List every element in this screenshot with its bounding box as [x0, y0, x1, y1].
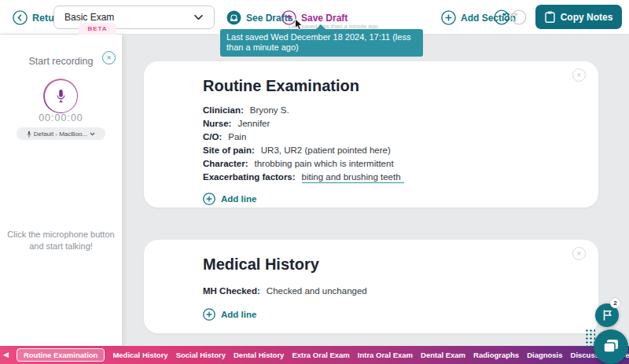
- close-section-icon[interactable]: ×: [572, 247, 586, 260]
- add-line-button[interactable]: Add line: [203, 193, 256, 205]
- add-line-button[interactable]: Add line: [203, 308, 256, 321]
- recorder-hint: Click the microphone button and start ta…: [6, 229, 116, 252]
- tab-diagnosis[interactable]: Diagnosis: [527, 351, 562, 359]
- beta-badge: BETA: [79, 23, 116, 35]
- add-line-label: Add line: [221, 194, 256, 204]
- tab-dental-history[interactable]: Dental History: [234, 351, 284, 359]
- plus-circle-icon: [203, 193, 215, 205]
- tab-routine-examination[interactable]: Routine Examination: [17, 348, 105, 362]
- tab-medical-history[interactable]: Medical History: [112, 351, 167, 359]
- field-label: C/O:: [203, 132, 222, 142]
- field-row: Character:throbbing pain which is interm…: [203, 157, 598, 171]
- field-value[interactable]: Bryony S.: [250, 105, 289, 115]
- field-label: Clinician:: [203, 105, 244, 115]
- close-section-icon[interactable]: ×: [572, 68, 586, 82]
- redo-icon: [511, 9, 527, 25]
- chevron-down-small-icon: [90, 132, 95, 136]
- section-tabbar: ◀ Routine ExaminationMedical HistorySoci…: [0, 346, 629, 364]
- copy-notes-button[interactable]: Copy Notes: [535, 5, 622, 29]
- add-line-label: Add line: [221, 310, 256, 319]
- field-row: Exacerbating factors:biting and brushing…: [203, 171, 598, 184]
- drafts-inbox-icon: [226, 10, 241, 25]
- field-row: MH Checked:Checked and unchanged: [203, 285, 598, 298]
- field-value[interactable]: Checked and unchanged: [267, 286, 367, 296]
- field-label: MH Checked:: [203, 286, 260, 296]
- chevron-left-circle-icon: [13, 10, 28, 25]
- tab-radiographs[interactable]: Radiographs: [473, 351, 519, 359]
- clipboard-icon: [545, 11, 555, 23]
- field-label: Nurse:: [203, 119, 231, 128]
- field-label: Exacerbating factors:: [203, 172, 296, 182]
- recorder-title: Start recording: [0, 56, 122, 67]
- template-select-value: Basic Exam: [64, 12, 114, 23]
- recorder-panel: BETA × Start recording 00:00:00 Default …: [0, 35, 122, 346]
- field-value[interactable]: Pain: [228, 132, 246, 142]
- template-select[interactable]: Basic Exam: [53, 6, 215, 29]
- chat-bubbles-icon: [601, 338, 620, 355]
- undo-button[interactable]: [494, 9, 509, 25]
- flag-icon: [601, 309, 613, 322]
- plus-circle-icon: [203, 308, 215, 321]
- section-fields: MH Checked:Checked and unchanged: [203, 285, 598, 298]
- redo-button[interactable]: [511, 9, 527, 25]
- app-window: Return Basic Exam See Drafts Save Draft …: [0, 0, 629, 364]
- notification-badge: 2: [610, 298, 620, 308]
- tabbar-tabs: Routine ExaminationMedical HistorySocial…: [10, 348, 629, 362]
- field-row: C/O:Pain: [203, 131, 598, 144]
- section-title: Routine Examination: [203, 77, 598, 94]
- field-value[interactable]: Jennifer: [237, 119, 270, 128]
- tabbar-scroll-left[interactable]: ◀: [0, 346, 10, 364]
- chevron-down-icon: [193, 14, 204, 20]
- tab-intra-oral-exam[interactable]: Intra Oral Exam: [358, 351, 413, 359]
- save-draft-label: Save Draft: [301, 13, 348, 24]
- tab-extra-oral-exam[interactable]: Extra Oral Exam: [292, 351, 349, 359]
- field-label: Site of pain:: [203, 145, 255, 155]
- field-value[interactable]: UR3, UR2 (patient pointed here): [261, 145, 391, 155]
- section-fields: Clinician:Bryony S.Nurse:JenniferC/O:Pai…: [203, 104, 598, 184]
- note-section-card: × Medical History MH Checked:Checked and…: [144, 240, 598, 333]
- field-label: Character:: [203, 159, 248, 168]
- last-saved-tooltip: Last saved Wed December 18 2024, 17:11 (…: [220, 29, 423, 57]
- field-value[interactable]: throbbing pain which is intermittent: [255, 159, 394, 168]
- microphone-icon: [56, 89, 66, 103]
- copy-notes-label: Copy Notes: [561, 12, 613, 23]
- field-value[interactable]: biting and brushing teeth: [302, 172, 404, 183]
- field-row: Site of pain:UR3, UR2 (patient pointed h…: [203, 144, 598, 157]
- microphone-small-icon: [27, 131, 31, 138]
- undo-icon: [494, 9, 509, 25]
- tab-social-history[interactable]: Social History: [176, 351, 226, 359]
- tab-dental-exam[interactable]: Dental Exam: [421, 351, 465, 359]
- note-section-card: × Routine Examination Clinician:Bryony S…: [144, 61, 598, 208]
- chat-widget-button[interactable]: [594, 329, 628, 364]
- record-button-inner: [45, 80, 77, 112]
- field-row: Clinician:Bryony S.: [203, 104, 598, 117]
- plus-circle-icon: [441, 10, 456, 25]
- audio-device-label: Default - MacBoo...: [34, 131, 87, 138]
- field-row: Nurse:Jennifer: [203, 117, 598, 131]
- recording-timer: 00:00:00: [0, 112, 122, 123]
- section-title: Medical History: [203, 256, 598, 273]
- audio-device-select[interactable]: Default - MacBoo...: [17, 127, 105, 140]
- record-button[interactable]: [43, 79, 78, 113]
